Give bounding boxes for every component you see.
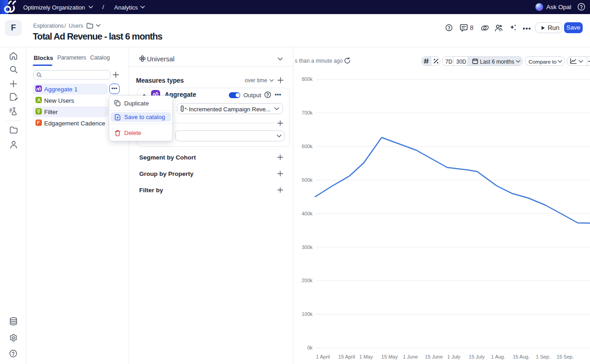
svg-text:300k: 300k <box>302 244 313 250</box>
svg-text:15 June: 15 June <box>425 354 443 359</box>
svg-text:1 April: 1 April <box>316 354 330 359</box>
svg-text:15 Sep.: 15 Sep. <box>557 354 574 359</box>
svg-text:1 Sep.: 1 Sep. <box>536 354 550 359</box>
svg-text:200k: 200k <box>302 278 313 283</box>
svg-text:15 Aug.: 15 Aug. <box>513 354 529 359</box>
svg-text:600k: 600k <box>302 144 313 149</box>
svg-text:500k: 500k <box>302 177 313 183</box>
svg-text:15 May: 15 May <box>381 354 398 359</box>
svg-text:1 July: 1 July <box>447 354 460 359</box>
svg-text:700k: 700k <box>302 110 313 115</box>
svg-text:1 Aug.: 1 Aug. <box>491 354 505 359</box>
svg-text:800k: 800k <box>302 76 313 82</box>
svg-text:1 June: 1 June <box>403 354 418 359</box>
svg-text:1 May: 1 May <box>359 354 373 359</box>
svg-text:100k: 100k <box>302 311 313 317</box>
svg-text:400k: 400k <box>302 211 313 216</box>
svg-text:15 April: 15 April <box>338 354 355 359</box>
svg-text:15 July: 15 July <box>469 354 485 359</box>
svg-text:0k: 0k <box>307 345 313 350</box>
